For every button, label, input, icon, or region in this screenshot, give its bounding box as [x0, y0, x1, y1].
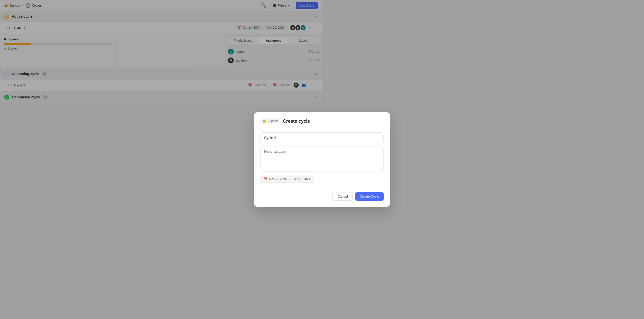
cycle-name-input[interactable]: [260, 132, 322, 143]
workspace-badge: 😀 Support: [260, 118, 280, 124]
modal-title: Create cycle: [283, 119, 310, 124]
modal-header: 😀 Support Create cycle: [260, 118, 322, 124]
modal-workspace-name: Support: [267, 119, 278, 123]
create-cycle-modal: 😀 Support Create cycle 📅 Oct 21, 2024 → …: [254, 112, 322, 160]
cycle-description-textarea[interactable]: [260, 146, 322, 160]
modal-workspace-emoji: 😀: [262, 119, 266, 123]
modal-divider-top: [260, 128, 322, 128]
modal-overlay[interactable]: 😀 Support Create cycle 📅 Oct 21, 2024 → …: [0, 0, 322, 160]
